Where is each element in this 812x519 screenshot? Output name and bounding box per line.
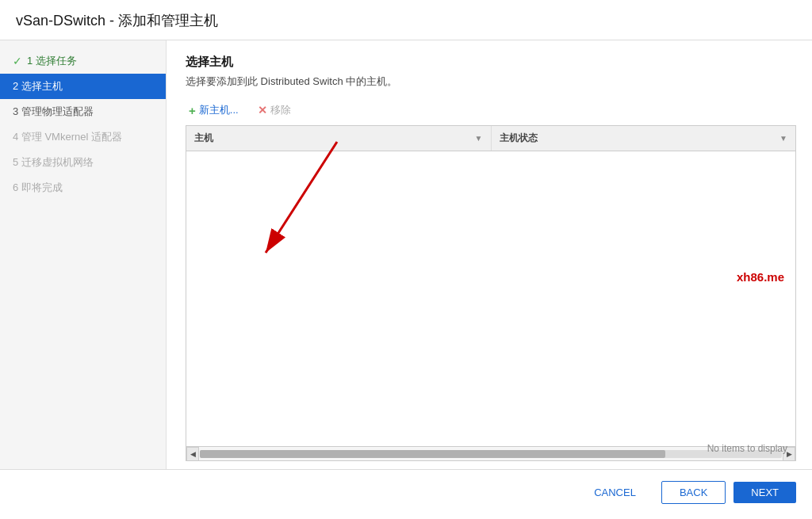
sidebar-item-3[interactable]: 3 管理物理适配器 [0, 99, 166, 124]
sidebar-item-2-label: 2 选择主机 [13, 79, 63, 93]
sort-icon-host: ▼ [475, 134, 483, 143]
sidebar-item-6-label: 6 即将完成 [13, 181, 63, 195]
sidebar-item-3-label: 3 管理物理适配器 [13, 105, 94, 119]
section-title: 选择主机 [186, 55, 796, 70]
sidebar-item-1-label: 1 选择任务 [27, 54, 77, 68]
sidebar-item-6: 6 即将完成 [0, 175, 166, 200]
back-button[interactable]: BACK [661, 481, 726, 504]
next-button[interactable]: NEXT [733, 482, 796, 503]
column-host[interactable]: 主机 ▼ [186, 126, 492, 151]
table-header: 主机 ▼ 主机状态 ▼ [186, 126, 795, 151]
sidebar-item-4: 4 管理 VMkernel 适配器 [0, 124, 166, 150]
sidebar-item-5: 5 迁移虚拟机网络 [0, 150, 166, 175]
scroll-thumb[interactable] [200, 450, 665, 458]
sidebar-item-1[interactable]: ✓ 1 选择任务 [0, 48, 166, 74]
add-host-label: 新主机... [199, 103, 239, 117]
no-items-message: No items to display [707, 443, 787, 454]
scroll-track[interactable] [200, 450, 782, 458]
plus-icon: + [189, 104, 196, 117]
scroll-left-button[interactable]: ◀ [186, 447, 199, 461]
dialog-title: vSan-DSwitch - 添加和管理主机 [0, 0, 812, 40]
dialog-body: ✓ 1 选择任务 2 选择主机 3 管理物理适配器 4 管理 VMkernel … [0, 40, 812, 469]
x-icon: ✕ [258, 104, 267, 116]
sidebar-item-4-label: 4 管理 VMkernel 适配器 [13, 130, 122, 144]
horizontal-scrollbar[interactable]: ◀ ▶ [186, 446, 795, 460]
table-body [186, 151, 795, 446]
toolbar: + 新主机... ✕ 移除 [186, 101, 796, 119]
sort-icon-status: ▼ [779, 134, 787, 143]
column-host-label: 主机 [194, 132, 213, 145]
sidebar-item-2[interactable]: 2 选择主机 [0, 74, 166, 99]
column-host-status-label: 主机状态 [500, 132, 538, 145]
host-table: 主机 ▼ 主机状态 ▼ ◀ ▶ No items to displ [186, 125, 796, 461]
sidebar: ✓ 1 选择任务 2 选择主机 3 管理物理适配器 4 管理 VMkernel … [0, 40, 167, 469]
cancel-button[interactable]: CANCEL [576, 482, 653, 503]
section-desc: 选择要添加到此 Distributed Switch 中的主机。 [186, 74, 796, 89]
main-content: 选择主机 选择要添加到此 Distributed Switch 中的主机。 + … [167, 40, 812, 469]
column-host-status[interactable]: 主机状态 ▼ [492, 126, 796, 151]
dialog-footer: CANCEL BACK NEXT [0, 469, 812, 515]
add-host-button[interactable]: + 新主机... [186, 101, 242, 119]
remove-host-button: ✕ 移除 [255, 101, 294, 119]
remove-host-label: 移除 [270, 103, 291, 117]
check-icon: ✓ [13, 55, 22, 67]
sidebar-item-5-label: 5 迁移虚拟机网络 [13, 155, 94, 170]
